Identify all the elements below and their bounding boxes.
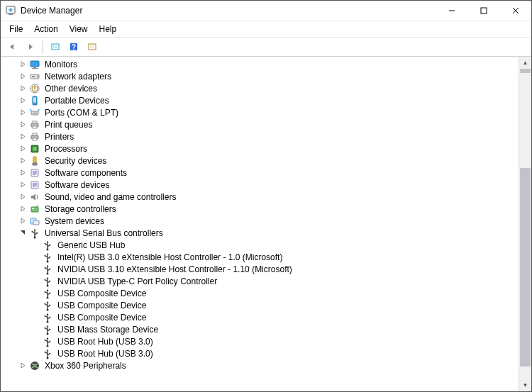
menu-view[interactable]: View xyxy=(64,23,94,35)
device-label: USB Composite Device xyxy=(56,300,148,311)
tree-category[interactable]: Sound, video and game controllers xyxy=(1,191,519,203)
tree-category[interactable]: System devices xyxy=(1,215,519,227)
minimize-button[interactable] xyxy=(436,1,467,21)
tree-category[interactable]: Print queues xyxy=(1,118,519,130)
tree-category[interactable]: Printers xyxy=(1,130,519,142)
warn-icon xyxy=(29,83,40,94)
tree-category[interactable]: Ports (COM & LPT) xyxy=(1,106,519,118)
tree-device[interactable]: NVIDIA USB Type-C Port Policy Controller xyxy=(1,275,519,287)
device-label: USB Root Hub (USB 3.0) xyxy=(56,336,155,347)
expand-toggle-icon[interactable] xyxy=(18,60,28,69)
usb-icon xyxy=(42,252,53,263)
software-icon xyxy=(29,179,40,191)
cpu-icon xyxy=(29,143,40,155)
properties-button[interactable] xyxy=(84,38,101,55)
expand-toggle-icon[interactable] xyxy=(18,96,28,106)
expand-toggle-icon[interactable] xyxy=(18,192,28,202)
expand-toggle-icon[interactable] xyxy=(18,144,28,154)
scroll-thumb[interactable] xyxy=(520,168,531,366)
tree-category[interactable]: Xbox 360 Peripherals xyxy=(1,359,519,371)
expand-toggle-icon[interactable] xyxy=(18,108,28,118)
xbox-icon xyxy=(29,360,40,371)
tree-category[interactable]: Processors xyxy=(1,142,519,155)
expand-toggle-icon[interactable] xyxy=(18,156,28,166)
port-icon xyxy=(29,107,40,118)
svg-rect-36 xyxy=(53,45,57,48)
content: MonitorsNetwork adaptersOther devicesPor… xyxy=(1,57,531,391)
expand-toggle-icon[interactable] xyxy=(18,168,28,178)
usb-icon xyxy=(42,348,53,359)
close-button[interactable] xyxy=(499,1,531,21)
forward-button[interactable] xyxy=(22,38,39,55)
usb-icon xyxy=(42,300,53,311)
scroll-track[interactable] xyxy=(519,69,531,379)
show-hidden-button[interactable] xyxy=(47,38,64,55)
svg-rect-40 xyxy=(90,45,94,48)
scrollbar[interactable]: ▲ ▼ xyxy=(519,57,531,391)
tree-device[interactable]: USB Root Hub (USB 3.0) xyxy=(1,335,519,347)
window-title: Device Manager xyxy=(21,6,82,16)
category-label: Ports (COM & LPT) xyxy=(43,107,120,118)
category-label: Software components xyxy=(43,167,128,179)
software-icon xyxy=(29,167,40,179)
usb-icon xyxy=(42,288,53,299)
usb-icon xyxy=(42,240,53,251)
tree-category[interactable]: Software devices xyxy=(1,179,519,191)
usb-icon xyxy=(42,336,53,347)
tree-device[interactable]: Generic USB Hub xyxy=(1,239,519,251)
window: Device Manager File Action View Help ? M… xyxy=(0,0,532,392)
expand-toggle-icon[interactable] xyxy=(18,361,28,371)
category-label: Sound, video and game controllers xyxy=(43,191,177,203)
svg-rect-34 xyxy=(481,8,487,13)
category-label: Software devices xyxy=(43,179,111,191)
tree-category[interactable]: Universal Serial Bus controllers xyxy=(1,227,519,239)
usb-icon xyxy=(29,228,40,239)
expand-toggle-icon[interactable] xyxy=(18,72,28,82)
storage-icon xyxy=(29,203,40,215)
tree-category[interactable]: Network adapters xyxy=(1,70,519,82)
category-label: Storage controllers xyxy=(43,203,118,215)
tree-device[interactable]: USB Composite Device xyxy=(1,311,519,323)
expand-toggle-icon[interactable] xyxy=(18,120,28,130)
device-label: NVIDIA USB Type-C Port Policy Controller xyxy=(56,276,218,287)
help-button[interactable]: ? xyxy=(65,38,82,55)
monitor-icon xyxy=(29,59,40,70)
expand-toggle-icon[interactable] xyxy=(18,228,28,238)
scroll-down-button[interactable]: ▼ xyxy=(519,379,531,391)
usb-icon xyxy=(42,312,53,323)
device-tree[interactable]: MonitorsNetwork adaptersOther devicesPor… xyxy=(1,57,519,391)
tree-category[interactable]: Software components xyxy=(1,167,519,179)
portable-icon xyxy=(29,95,40,106)
tree-category[interactable]: Storage controllers xyxy=(1,203,519,215)
system-icon xyxy=(29,215,40,227)
tree-category[interactable]: Monitors xyxy=(1,58,519,70)
category-label: Xbox 360 Peripherals xyxy=(43,360,128,371)
expand-toggle-icon[interactable] xyxy=(18,132,28,142)
usb-icon xyxy=(42,276,53,287)
tree-category[interactable]: Other devices xyxy=(1,82,519,94)
expand-toggle-icon[interactable] xyxy=(18,216,28,226)
scroll-thumb[interactable] xyxy=(520,69,531,73)
tree-category[interactable]: Portable Devices xyxy=(1,94,519,106)
printer-icon xyxy=(29,119,40,130)
tree-device[interactable]: USB Composite Device xyxy=(1,299,519,311)
tree-category[interactable]: Security devices xyxy=(1,155,519,167)
scroll-up-button[interactable]: ▲ xyxy=(519,57,531,69)
expand-toggle-icon[interactable] xyxy=(18,180,28,190)
menu-file[interactable]: File xyxy=(4,23,28,35)
category-label: System devices xyxy=(43,215,106,227)
category-label: Processors xyxy=(43,143,89,155)
tree-device[interactable]: USB Composite Device xyxy=(1,287,519,299)
back-button[interactable] xyxy=(4,38,21,55)
tree-device[interactable]: USB Mass Storage Device xyxy=(1,323,519,335)
device-label: Generic USB Hub xyxy=(56,240,126,251)
expand-toggle-icon[interactable] xyxy=(18,84,28,94)
maximize-button[interactable] xyxy=(467,1,499,21)
menu-help[interactable]: Help xyxy=(94,23,123,35)
menu-action[interactable]: Action xyxy=(28,23,63,35)
tree-device[interactable]: NVIDIA USB 3.10 eXtensible Host Controll… xyxy=(1,263,519,275)
tree-device[interactable]: Intel(R) USB 3.0 eXtensible Host Control… xyxy=(1,251,519,263)
expand-toggle-icon[interactable] xyxy=(18,204,28,214)
category-label: Print queues xyxy=(43,119,94,130)
tree-device[interactable]: USB Root Hub (USB 3.0) xyxy=(1,347,519,359)
